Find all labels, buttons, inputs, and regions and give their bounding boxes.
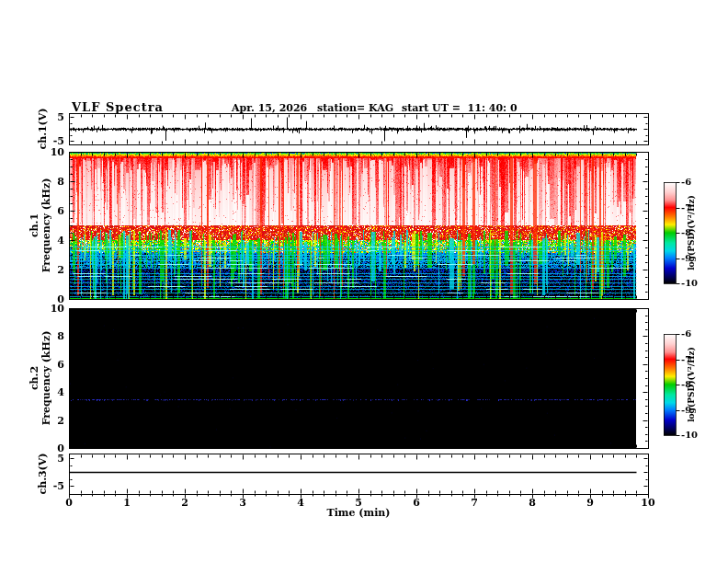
x-tick-label: 5 [355, 498, 362, 508]
vlf-spectra-figure: VLF Spectra Apr. 15, 2026 station= KAG s… [0, 0, 728, 563]
y-tick-label: 10 [51, 304, 64, 314]
x-tick-label: 1 [123, 498, 131, 508]
x-tick-label: 4 [297, 498, 304, 508]
ch3-voltage-axis-label: ch.3(V) [37, 453, 49, 494]
y-tick-label: 8 [57, 177, 64, 187]
x-tick-label: 9 [586, 498, 594, 508]
y-tick-label: -5 [53, 481, 64, 491]
colorbar-tick-label: -7 [681, 355, 691, 364]
y-tick-label: 6 [57, 359, 64, 369]
ch2-frequency-axis-label: ch.2Frequency (kHz) [28, 331, 52, 426]
x-tick-label: 3 [239, 498, 246, 508]
station-label: station= KAG [317, 103, 393, 113]
y-tick-label: 2 [57, 415, 64, 425]
colorbar-tick-label: -7 [681, 203, 691, 213]
y-tick-label: 8 [57, 331, 64, 341]
spectra-plot-canvas [0, 0, 728, 563]
ch1-frequency-axis-label-line1: ch.1 [28, 178, 40, 273]
y-tick-label: 6 [57, 206, 64, 216]
x-tick-label: 0 [65, 498, 73, 508]
time-axis-label: Time (min) [326, 508, 390, 518]
colorbar-tick-label: -8 [681, 380, 691, 389]
x-tick-label: 6 [413, 498, 420, 508]
y-tick-label: 4 [57, 387, 64, 397]
y-tick-label: 5 [57, 112, 64, 122]
ch1-voltage-axis-label: ch.1(V) [37, 108, 49, 149]
x-tick-label: 7 [471, 498, 478, 508]
colorbar-tick-label: -10 [681, 431, 698, 440]
colorbar-tick-label: -8 [681, 228, 691, 237]
y-tick-label: 4 [57, 236, 64, 246]
colorbar-tick-label: -6 [681, 178, 691, 187]
ch2-frequency-axis-label-line1: ch.2 [28, 331, 40, 426]
x-tick-label: 8 [529, 498, 536, 508]
colorbar-tick-label: -9 [681, 406, 691, 415]
colorbar-tick-label: -6 [681, 329, 691, 339]
ch1-frequency-axis-label-line2: Frequency (kHz) [40, 178, 52, 273]
ch1-frequency-axis-label: ch.1Frequency (kHz) [28, 178, 52, 273]
y-tick-label: 2 [57, 265, 64, 275]
x-tick-label: 10 [641, 498, 654, 508]
colorbar-tick-label: -10 [681, 279, 698, 288]
x-tick-label: 2 [181, 498, 188, 508]
ch2-frequency-axis-label-line2: Frequency (kHz) [40, 331, 52, 426]
colorbar-tick-label: -9 [681, 254, 691, 263]
y-tick-label: 10 [51, 147, 64, 157]
date-label: Apr. 15, 2026 [232, 103, 307, 113]
start-ut-label: start UT = 11: 40: 0 [402, 103, 518, 113]
y-tick-label: 5 [57, 454, 64, 464]
y-tick-label: -5 [53, 136, 64, 146]
page-title: VLF Spectra [72, 101, 164, 113]
